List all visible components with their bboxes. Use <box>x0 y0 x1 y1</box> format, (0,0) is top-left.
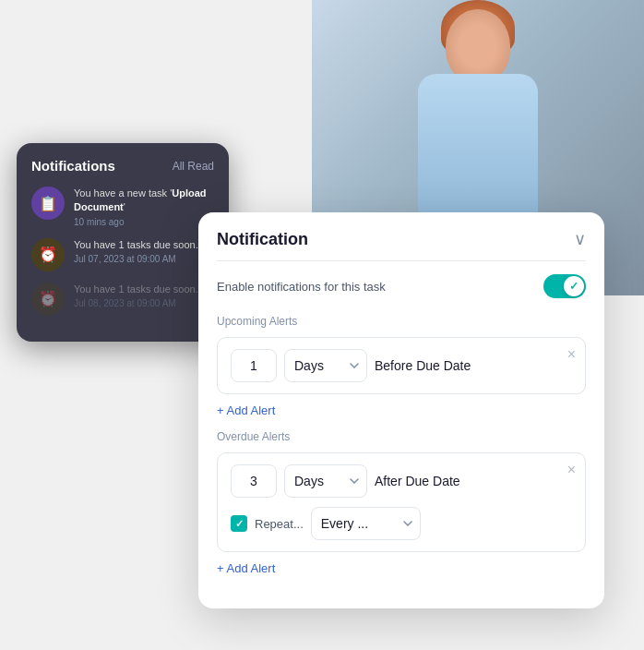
notification-time: Jul 07, 2023 at 09:00 AM <box>74 254 214 264</box>
notification-bold: Upload Document <box>74 187 207 212</box>
chevron-down-icon[interactable]: ∨ <box>574 229 586 249</box>
add-upcoming-alert-label: + Add Alert <box>217 403 275 417</box>
upcoming-alert-row: Days Minutes Hours Weeks Before Due Date <box>231 349 572 382</box>
notification-content: You have a new task 'Upload Document' 10… <box>74 187 214 227</box>
repeat-select-wrap: Every ... Every Day Every Week Every Mon… <box>311 507 421 540</box>
dialog-body: Enable notifications for this task ✓ Upc… <box>198 261 604 601</box>
notification-item[interactable]: 📋 You have a new task 'Upload Document' … <box>31 187 214 227</box>
overdue-alert-row: Days Minutes Hours Weeks After Due Date <box>231 464 572 498</box>
notification-item[interactable]: ⏰ You have 1 tasks due soon. Jul 08, 202… <box>31 283 214 316</box>
overdue-alerts-label: Overdue Alerts <box>217 430 586 443</box>
add-overdue-alert-label: + Add Alert <box>217 561 275 575</box>
enable-notifications-label: Enable notifications for this task <box>217 280 386 294</box>
dialog-title: Notification <box>217 230 308 249</box>
dialog-header: Notification ∨ <box>198 212 604 260</box>
notification-message: You have 1 tasks due soon. <box>74 238 214 252</box>
upcoming-alert-box: Days Minutes Hours Weeks Before Due Date… <box>217 337 586 394</box>
notification-time: Jul 08, 2023 at 09:00 AM <box>74 298 214 308</box>
notifications-header: Notifications All Read <box>31 158 214 174</box>
notification-icon-clock: ⏰ <box>31 238 65 271</box>
overdue-section: Overdue Alerts Days Minutes Hours Weeks … <box>217 430 586 575</box>
enable-notifications-row: Enable notifications for this task ✓ <box>217 274 586 298</box>
upcoming-alert-close-icon[interactable]: × <box>567 347 576 362</box>
check-icon: ✓ <box>235 518 244 530</box>
repeat-checkbox[interactable]: ✓ <box>231 515 247 532</box>
notification-message: You have 1 tasks due soon. <box>74 283 214 296</box>
overdue-alert-number-input[interactable] <box>231 464 277 498</box>
upcoming-alert-number-input[interactable] <box>231 349 277 382</box>
overdue-alert-close-icon[interactable]: × <box>567 463 576 477</box>
notification-time: 10 mins ago <box>74 217 214 227</box>
upcoming-alerts-label: Upcoming Alerts <box>217 315 586 328</box>
add-overdue-alert-button[interactable]: + Add Alert <box>217 561 586 575</box>
notification-dialog: Notification ∨ Enable notifications for … <box>198 212 604 608</box>
repeat-label: Repeat... <box>255 517 304 531</box>
overdue-alert-qualifier: After Due Date <box>375 474 572 488</box>
upcoming-alert-qualifier: Before Due Date <box>375 358 572 373</box>
photo-face <box>446 9 510 83</box>
enable-notifications-toggle[interactable]: ✓ <box>543 274 586 298</box>
check-icon: ✓ <box>569 280 578 293</box>
repeat-interval-select[interactable]: Every ... Every Day Every Week Every Mon… <box>311 507 421 540</box>
notification-item[interactable]: ⏰ You have 1 tasks due soon. Jul 07, 202… <box>31 238 214 271</box>
repeat-row: ✓ Repeat... Every ... Every Day Every We… <box>231 507 572 540</box>
notification-icon-clock2: ⏰ <box>31 283 65 316</box>
notification-content: You have 1 tasks due soon. Jul 07, 2023 … <box>74 238 214 264</box>
notification-message: You have a new task 'Upload Document' <box>74 187 214 215</box>
notification-icon-document: 📋 <box>31 187 65 220</box>
notifications-panel: Notifications All Read 📋 You have a new … <box>17 143 229 342</box>
overdue-alert-unit-select[interactable]: Days Minutes Hours Weeks <box>284 464 367 498</box>
overdue-alert-box: Days Minutes Hours Weeks After Due Date … <box>217 452 586 552</box>
upcoming-alert-unit-select[interactable]: Days Minutes Hours Weeks <box>284 349 367 382</box>
all-read-button[interactable]: All Read <box>173 160 214 173</box>
notification-content: You have 1 tasks due soon. Jul 08, 2023 … <box>74 283 214 308</box>
toggle-knob: ✓ <box>564 276 584 296</box>
photo-shirt <box>418 74 538 222</box>
add-upcoming-alert-button[interactable]: + Add Alert <box>217 403 586 417</box>
notifications-title: Notifications <box>31 158 115 174</box>
